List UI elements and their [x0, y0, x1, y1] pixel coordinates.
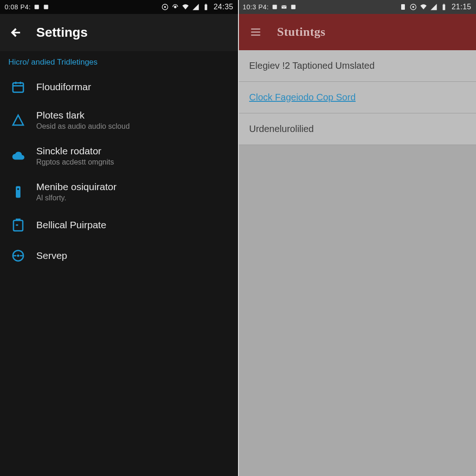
- row-subtitle: Al slforty.: [36, 194, 117, 202]
- list-item-elegiev[interactable]: Elegiev !2 Taptioned Umslated: [238, 50, 476, 82]
- notif-icon: [33, 4, 40, 10]
- right-screen: 10:3 P4: 21:15 Stutintgs Elegiev !2 Tapt…: [238, 0, 476, 476]
- battery-icon: [202, 3, 210, 11]
- svg-point-9: [17, 188, 19, 190]
- wifi-icon: [182, 3, 189, 11]
- arrow-left-icon: [10, 26, 22, 39]
- svg-rect-8: [16, 186, 20, 198]
- settings-row-plotes[interactable]: Plotes tlark Oesid as audio audio scloud: [0, 102, 238, 138]
- triangle-icon: [10, 112, 26, 128]
- status-time-label: 0:08 P4:: [5, 3, 31, 11]
- status-left-cluster: 10:3 P4:: [243, 3, 297, 11]
- page-title: Settings: [36, 25, 87, 40]
- svg-rect-15: [291, 5, 295, 9]
- mail-icon: [281, 4, 287, 10]
- settings-row-menibe[interactable]: Menibe osiquirator Al slforty.: [0, 174, 238, 210]
- svg-rect-16: [401, 4, 405, 10]
- device-icon: [10, 184, 26, 200]
- menu-button[interactable]: [248, 25, 263, 40]
- list-item-urdenel[interactable]: Urdenelurolilied: [238, 113, 476, 145]
- svg-rect-7: [13, 83, 24, 92]
- section-header: Hicro/ andied Tridletinges: [0, 51, 238, 72]
- svg-rect-14: [282, 6, 287, 9]
- svg-rect-20: [443, 4, 445, 4]
- clipboard-icon: [10, 217, 26, 233]
- svg-rect-1: [44, 5, 48, 9]
- status-clock: 21:15: [451, 3, 471, 11]
- appbar: Stutintgs: [238, 14, 476, 50]
- hotspot-icon: [172, 3, 179, 11]
- notif-icon-2: [290, 4, 297, 10]
- notif-icon-2: [43, 4, 49, 10]
- hamburger-icon: [250, 26, 262, 38]
- back-button[interactable]: [8, 25, 23, 40]
- list-item-label: Urdenelurolilied: [249, 124, 314, 134]
- svg-point-18: [412, 6, 414, 8]
- row-title: Plotes tlark: [36, 110, 130, 121]
- status-left-cluster: 0:08 P4:: [5, 3, 49, 11]
- cloud-icon: [10, 148, 26, 164]
- row-title: Floudiformar: [36, 81, 91, 93]
- notif-icon: [271, 4, 278, 10]
- sync-icon: [10, 248, 26, 264]
- svg-rect-6: [205, 4, 207, 4]
- status-right-cluster: 21:15: [399, 3, 471, 11]
- page-title: Stutintgs: [277, 25, 325, 39]
- svg-point-12: [17, 255, 20, 257]
- svg-rect-19: [443, 5, 445, 10]
- svg-rect-5: [205, 5, 207, 10]
- svg-point-3: [164, 6, 166, 8]
- list-item-clock-link[interactable]: Clock Fageiodo Cop Sord: [238, 82, 476, 113]
- signal-icon: [430, 3, 437, 11]
- row-title: Sinckle rodator: [36, 145, 114, 157]
- cast-icon: [410, 3, 417, 11]
- row-subtitle: Oesid as audio audio scloud: [36, 122, 130, 131]
- cast-icon: [161, 3, 169, 11]
- status-clock: 24:35: [213, 3, 233, 11]
- settings-row-sinckle[interactable]: Sinckle rodator Rgptos acdestt omgnits: [0, 138, 238, 174]
- signal-icon: [192, 3, 199, 11]
- empty-body: [238, 145, 476, 476]
- settings-list: Floudiformar Plotes tlark Oesid as audio…: [0, 72, 238, 271]
- status-right-cluster: 24:35: [161, 3, 233, 11]
- sim-icon: [399, 3, 407, 11]
- settings-row-servep[interactable]: Servep: [0, 240, 238, 271]
- settings-row-floudiformar[interactable]: Floudiformar: [0, 72, 238, 102]
- svg-rect-0: [34, 5, 39, 9]
- list-item-label: Elegiev !2 Taptioned Umslated: [249, 60, 375, 71]
- row-subtitle: Rgptos acdestt omgnits: [36, 158, 114, 166]
- calendar-icon: [10, 79, 26, 95]
- wifi-icon: [420, 3, 427, 11]
- battery-icon: [440, 3, 448, 11]
- appbar: Settings: [0, 14, 238, 51]
- row-title: Bellical Puirpate: [36, 219, 106, 231]
- row-title: Menibe osiquirator: [36, 181, 117, 192]
- list-item-label: Clock Fageiodo Cop Sord: [249, 92, 356, 102]
- svg-rect-13: [272, 5, 277, 9]
- status-bar: 0:08 P4: 24:35: [0, 0, 238, 14]
- left-screen: 0:08 P4: 24:35 Settings Hicro/ andied Tr…: [0, 0, 238, 476]
- status-bar: 10:3 P4: 21:15: [238, 0, 476, 14]
- screen-divider: [238, 0, 239, 476]
- right-list: Elegiev !2 Taptioned Umslated Clock Fage…: [238, 50, 476, 145]
- svg-point-4: [174, 6, 177, 8]
- row-title: Servep: [36, 250, 67, 261]
- status-time-label: 10:3 P4:: [243, 3, 269, 11]
- settings-row-bellical[interactable]: Bellical Puirpate: [0, 210, 238, 240]
